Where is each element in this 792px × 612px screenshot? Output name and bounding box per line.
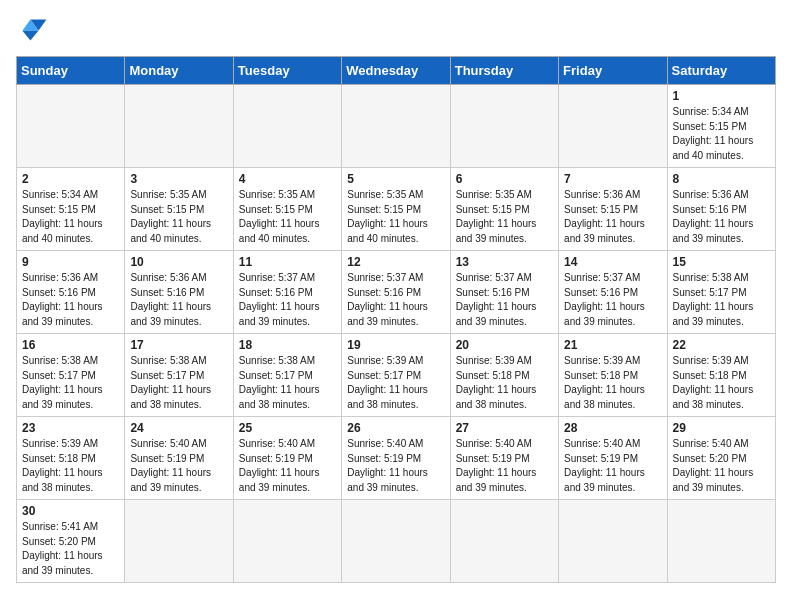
day-number: 24 bbox=[130, 421, 227, 435]
day-info: Sunrise: 5:36 AM Sunset: 5:16 PM Dayligh… bbox=[22, 271, 119, 329]
calendar-cell: 25Sunrise: 5:40 AM Sunset: 5:19 PM Dayli… bbox=[233, 417, 341, 500]
day-of-week-header: Saturday bbox=[667, 57, 775, 85]
calendar-cell: 6Sunrise: 5:35 AM Sunset: 5:15 PM Daylig… bbox=[450, 168, 558, 251]
day-number: 7 bbox=[564, 172, 661, 186]
day-info: Sunrise: 5:35 AM Sunset: 5:15 PM Dayligh… bbox=[130, 188, 227, 246]
day-info: Sunrise: 5:39 AM Sunset: 5:18 PM Dayligh… bbox=[22, 437, 119, 495]
day-info: Sunrise: 5:40 AM Sunset: 5:19 PM Dayligh… bbox=[239, 437, 336, 495]
calendar-week-row: 2Sunrise: 5:34 AM Sunset: 5:15 PM Daylig… bbox=[17, 168, 776, 251]
day-number: 3 bbox=[130, 172, 227, 186]
calendar-cell bbox=[450, 500, 558, 583]
day-number: 28 bbox=[564, 421, 661, 435]
logo bbox=[16, 16, 52, 44]
calendar-cell: 13Sunrise: 5:37 AM Sunset: 5:16 PM Dayli… bbox=[450, 251, 558, 334]
day-info: Sunrise: 5:35 AM Sunset: 5:15 PM Dayligh… bbox=[347, 188, 444, 246]
day-info: Sunrise: 5:41 AM Sunset: 5:20 PM Dayligh… bbox=[22, 520, 119, 578]
calendar-cell: 2Sunrise: 5:34 AM Sunset: 5:15 PM Daylig… bbox=[17, 168, 125, 251]
calendar-cell: 18Sunrise: 5:38 AM Sunset: 5:17 PM Dayli… bbox=[233, 334, 341, 417]
calendar-cell: 22Sunrise: 5:39 AM Sunset: 5:18 PM Dayli… bbox=[667, 334, 775, 417]
calendar-cell: 11Sunrise: 5:37 AM Sunset: 5:16 PM Dayli… bbox=[233, 251, 341, 334]
calendar-week-row: 16Sunrise: 5:38 AM Sunset: 5:17 PM Dayli… bbox=[17, 334, 776, 417]
calendar-cell: 16Sunrise: 5:38 AM Sunset: 5:17 PM Dayli… bbox=[17, 334, 125, 417]
day-info: Sunrise: 5:36 AM Sunset: 5:16 PM Dayligh… bbox=[673, 188, 770, 246]
day-of-week-header: Monday bbox=[125, 57, 233, 85]
day-info: Sunrise: 5:37 AM Sunset: 5:16 PM Dayligh… bbox=[347, 271, 444, 329]
calendar-week-row: 9Sunrise: 5:36 AM Sunset: 5:16 PM Daylig… bbox=[17, 251, 776, 334]
calendar-cell bbox=[450, 85, 558, 168]
calendar-cell: 27Sunrise: 5:40 AM Sunset: 5:19 PM Dayli… bbox=[450, 417, 558, 500]
day-info: Sunrise: 5:37 AM Sunset: 5:16 PM Dayligh… bbox=[564, 271, 661, 329]
calendar-cell: 15Sunrise: 5:38 AM Sunset: 5:17 PM Dayli… bbox=[667, 251, 775, 334]
calendar-cell: 8Sunrise: 5:36 AM Sunset: 5:16 PM Daylig… bbox=[667, 168, 775, 251]
day-number: 11 bbox=[239, 255, 336, 269]
calendar-header-row: SundayMondayTuesdayWednesdayThursdayFrid… bbox=[17, 57, 776, 85]
calendar: SundayMondayTuesdayWednesdayThursdayFrid… bbox=[16, 56, 776, 583]
calendar-cell: 23Sunrise: 5:39 AM Sunset: 5:18 PM Dayli… bbox=[17, 417, 125, 500]
day-number: 6 bbox=[456, 172, 553, 186]
day-number: 1 bbox=[673, 89, 770, 103]
day-number: 12 bbox=[347, 255, 444, 269]
calendar-cell bbox=[559, 500, 667, 583]
calendar-cell bbox=[342, 500, 450, 583]
day-number: 13 bbox=[456, 255, 553, 269]
calendar-cell: 24Sunrise: 5:40 AM Sunset: 5:19 PM Dayli… bbox=[125, 417, 233, 500]
day-info: Sunrise: 5:35 AM Sunset: 5:15 PM Dayligh… bbox=[456, 188, 553, 246]
day-info: Sunrise: 5:38 AM Sunset: 5:17 PM Dayligh… bbox=[22, 354, 119, 412]
day-number: 20 bbox=[456, 338, 553, 352]
calendar-cell bbox=[233, 85, 341, 168]
day-number: 10 bbox=[130, 255, 227, 269]
calendar-cell bbox=[125, 85, 233, 168]
day-number: 25 bbox=[239, 421, 336, 435]
calendar-cell: 5Sunrise: 5:35 AM Sunset: 5:15 PM Daylig… bbox=[342, 168, 450, 251]
calendar-cell: 1Sunrise: 5:34 AM Sunset: 5:15 PM Daylig… bbox=[667, 85, 775, 168]
day-number: 4 bbox=[239, 172, 336, 186]
day-of-week-header: Wednesday bbox=[342, 57, 450, 85]
day-number: 18 bbox=[239, 338, 336, 352]
day-number: 29 bbox=[673, 421, 770, 435]
day-number: 23 bbox=[22, 421, 119, 435]
day-number: 27 bbox=[456, 421, 553, 435]
calendar-cell: 14Sunrise: 5:37 AM Sunset: 5:16 PM Dayli… bbox=[559, 251, 667, 334]
day-info: Sunrise: 5:40 AM Sunset: 5:20 PM Dayligh… bbox=[673, 437, 770, 495]
calendar-cell: 26Sunrise: 5:40 AM Sunset: 5:19 PM Dayli… bbox=[342, 417, 450, 500]
day-info: Sunrise: 5:39 AM Sunset: 5:18 PM Dayligh… bbox=[673, 354, 770, 412]
day-info: Sunrise: 5:40 AM Sunset: 5:19 PM Dayligh… bbox=[130, 437, 227, 495]
day-number: 22 bbox=[673, 338, 770, 352]
day-number: 26 bbox=[347, 421, 444, 435]
calendar-cell bbox=[125, 500, 233, 583]
calendar-cell bbox=[667, 500, 775, 583]
calendar-week-row: 23Sunrise: 5:39 AM Sunset: 5:18 PM Dayli… bbox=[17, 417, 776, 500]
calendar-cell bbox=[17, 85, 125, 168]
day-info: Sunrise: 5:39 AM Sunset: 5:18 PM Dayligh… bbox=[564, 354, 661, 412]
calendar-cell: 29Sunrise: 5:40 AM Sunset: 5:20 PM Dayli… bbox=[667, 417, 775, 500]
day-info: Sunrise: 5:37 AM Sunset: 5:16 PM Dayligh… bbox=[456, 271, 553, 329]
day-number: 17 bbox=[130, 338, 227, 352]
calendar-cell: 10Sunrise: 5:36 AM Sunset: 5:16 PM Dayli… bbox=[125, 251, 233, 334]
day-number: 2 bbox=[22, 172, 119, 186]
day-info: Sunrise: 5:34 AM Sunset: 5:15 PM Dayligh… bbox=[22, 188, 119, 246]
calendar-cell: 3Sunrise: 5:35 AM Sunset: 5:15 PM Daylig… bbox=[125, 168, 233, 251]
page-header bbox=[16, 16, 776, 44]
day-number: 21 bbox=[564, 338, 661, 352]
calendar-cell: 7Sunrise: 5:36 AM Sunset: 5:15 PM Daylig… bbox=[559, 168, 667, 251]
day-number: 30 bbox=[22, 504, 119, 518]
day-of-week-header: Tuesday bbox=[233, 57, 341, 85]
calendar-cell: 20Sunrise: 5:39 AM Sunset: 5:18 PM Dayli… bbox=[450, 334, 558, 417]
calendar-cell: 9Sunrise: 5:36 AM Sunset: 5:16 PM Daylig… bbox=[17, 251, 125, 334]
day-number: 5 bbox=[347, 172, 444, 186]
calendar-cell: 17Sunrise: 5:38 AM Sunset: 5:17 PM Dayli… bbox=[125, 334, 233, 417]
calendar-cell: 28Sunrise: 5:40 AM Sunset: 5:19 PM Dayli… bbox=[559, 417, 667, 500]
day-info: Sunrise: 5:38 AM Sunset: 5:17 PM Dayligh… bbox=[673, 271, 770, 329]
day-info: Sunrise: 5:40 AM Sunset: 5:19 PM Dayligh… bbox=[347, 437, 444, 495]
calendar-cell: 12Sunrise: 5:37 AM Sunset: 5:16 PM Dayli… bbox=[342, 251, 450, 334]
day-of-week-header: Friday bbox=[559, 57, 667, 85]
calendar-week-row: 1Sunrise: 5:34 AM Sunset: 5:15 PM Daylig… bbox=[17, 85, 776, 168]
calendar-week-row: 30Sunrise: 5:41 AM Sunset: 5:20 PM Dayli… bbox=[17, 500, 776, 583]
day-info: Sunrise: 5:39 AM Sunset: 5:18 PM Dayligh… bbox=[456, 354, 553, 412]
day-info: Sunrise: 5:36 AM Sunset: 5:16 PM Dayligh… bbox=[130, 271, 227, 329]
day-info: Sunrise: 5:36 AM Sunset: 5:15 PM Dayligh… bbox=[564, 188, 661, 246]
day-info: Sunrise: 5:34 AM Sunset: 5:15 PM Dayligh… bbox=[673, 105, 770, 163]
day-of-week-header: Sunday bbox=[17, 57, 125, 85]
calendar-cell: 19Sunrise: 5:39 AM Sunset: 5:17 PM Dayli… bbox=[342, 334, 450, 417]
day-info: Sunrise: 5:38 AM Sunset: 5:17 PM Dayligh… bbox=[239, 354, 336, 412]
